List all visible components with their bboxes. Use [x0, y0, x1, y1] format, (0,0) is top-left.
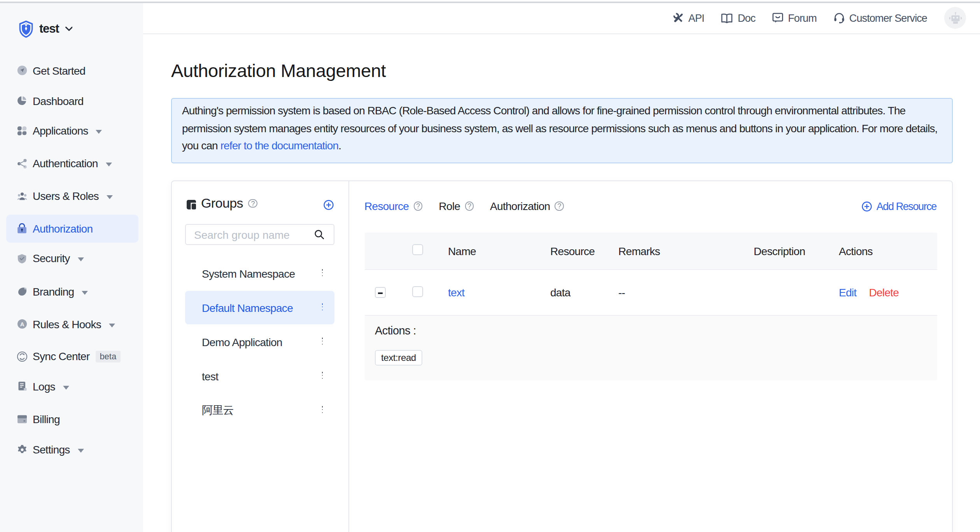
svg-text:A: A [20, 321, 24, 327]
